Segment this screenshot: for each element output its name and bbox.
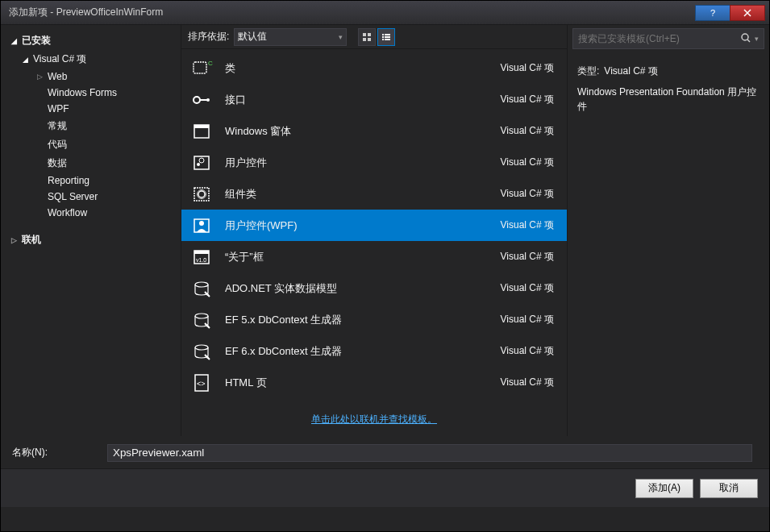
ef-icon: [189, 308, 214, 332]
template-item[interactable]: 组件类Visual C# 项: [181, 178, 567, 210]
adonet-icon: [189, 276, 214, 301]
view-list-button[interactable]: [377, 28, 395, 46]
svg-point-28: [195, 282, 208, 287]
svg-point-14: [206, 98, 210, 102]
search-icon: [740, 32, 751, 46]
template-name: 接口: [225, 93, 501, 107]
tree-item-label: Workflow: [44, 207, 87, 218]
search-input[interactable]: [578, 33, 740, 44]
template-name: Windows 窗体: [225, 124, 501, 139]
desc-type-value: Visual C# 项: [604, 64, 657, 78]
template-item[interactable]: 用户控件(WPF)Visual C# 项: [181, 210, 567, 241]
tree-item[interactable]: Reporting: [1, 172, 181, 189]
form-icon: [189, 119, 214, 143]
template-item[interactable]: C#类Visual C# 项: [181, 52, 567, 84]
template-lang: Visual C# 项: [501, 376, 559, 389]
tree-item[interactable]: 数据: [1, 154, 181, 172]
template-lang: Visual C# 项: [501, 187, 559, 201]
template-name: 类: [225, 61, 501, 76]
tree-item[interactable]: Windows Forms: [1, 85, 181, 101]
description-panel: ▾ 类型: Visual C# 项 Windows Presentation F…: [568, 25, 769, 436]
tree-item-label: Reporting: [44, 175, 89, 186]
template-name: 组件类: [225, 187, 501, 202]
class-icon: C#: [189, 56, 214, 81]
tree-item-label: 数据: [44, 156, 67, 170]
component-icon: [189, 182, 214, 206]
svg-text:v1.0: v1.0: [196, 257, 206, 263]
template-item[interactable]: 用户控件Visual C# 项: [181, 147, 567, 178]
tree-item[interactable]: Workflow: [1, 205, 181, 221]
button-row: 添加(A) 取消: [1, 468, 769, 507]
template-name: EF 5.x DbContext 生成器: [225, 313, 501, 327]
template-name: “关于”框: [225, 250, 501, 264]
chevron-down-icon: [20, 56, 30, 64]
online-search-link-row: 单击此处以联机并查找模板。: [181, 403, 567, 436]
template-item[interactable]: EF 5.x DbContext 生成器Visual C# 项: [181, 304, 567, 335]
tree-item[interactable]: SQL Server: [1, 189, 181, 205]
template-lang: Visual C# 项: [501, 313, 559, 326]
cancel-button[interactable]: 取消: [700, 479, 758, 498]
svg-point-21: [198, 191, 205, 197]
name-label: 名称(N):: [12, 446, 107, 459]
tree-item-label: Windows Forms: [44, 87, 117, 98]
wpf-control-icon: [189, 214, 214, 238]
svg-rect-9: [385, 39, 390, 40]
template-lang: Visual C# 项: [501, 61, 559, 75]
chevron-right-icon: [35, 73, 44, 81]
svg-rect-26: [194, 251, 209, 254]
template-list[interactable]: C#类Visual C# 项接口Visual C# 项Windows 窗体Vis…: [181, 49, 567, 403]
template-lang: Visual C# 项: [501, 281, 559, 295]
template-item[interactable]: ADO.NET 实体数据模型Visual C# 项: [181, 272, 567, 304]
chevron-down-icon: [9, 37, 19, 45]
dropdown-icon[interactable]: ▾: [755, 35, 759, 43]
template-toolbar: 排序依据: 默认值 ▾: [181, 25, 567, 49]
svg-rect-0: [363, 33, 366, 36]
tree-item[interactable]: Web: [1, 69, 181, 85]
template-lang: Visual C# 项: [501, 156, 559, 169]
titlebar: 添加新项 - PreviewOfficeInWinForm ?: [1, 1, 769, 25]
usercontrol-icon: [189, 151, 214, 175]
template-name: 用户控件(WPF): [225, 218, 501, 233]
desc-type-label: 类型:: [577, 64, 599, 78]
tree-item-label: SQL Server: [44, 191, 98, 202]
svg-rect-16: [194, 125, 209, 128]
search-box[interactable]: ▾: [572, 28, 764, 49]
tree-item[interactable]: 代码: [1, 135, 181, 154]
svg-rect-2: [363, 38, 366, 41]
tree-installed[interactable]: 已安装: [1, 31, 181, 50]
svg-rect-8: [382, 39, 384, 40]
tree-online[interactable]: 联机: [1, 231, 181, 249]
chevron-down-icon: ▾: [339, 33, 343, 41]
name-input[interactable]: [107, 444, 752, 462]
html-icon: <>: [189, 371, 214, 395]
template-name: HTML 页: [225, 376, 501, 390]
tree-item[interactable]: WPF: [1, 101, 181, 117]
tree-item-label: Visual C# 项: [30, 52, 86, 66]
online-search-link[interactable]: 单击此处以联机并查找模板。: [311, 414, 437, 425]
template-item[interactable]: Windows 窗体Visual C# 项: [181, 115, 567, 147]
tree-item[interactable]: Visual C# 项: [1, 50, 181, 69]
tree-item-label: 常规: [44, 119, 67, 133]
interface-icon: [189, 88, 214, 112]
svg-rect-5: [385, 34, 390, 35]
template-item[interactable]: EF 6.x DbContext 生成器Visual C# 项: [181, 335, 567, 367]
chevron-right-icon: [9, 236, 19, 244]
svg-text:<>: <>: [197, 380, 206, 388]
template-item[interactable]: 接口Visual C# 项: [181, 84, 567, 115]
window-title: 添加新项 - PreviewOfficeInWinForm: [9, 6, 695, 19]
view-grid-button[interactable]: [358, 28, 376, 46]
template-item[interactable]: v1.0“关于”框Visual C# 项: [181, 241, 567, 272]
template-item[interactable]: <>HTML 页Visual C# 项: [181, 367, 567, 398]
help-button[interactable]: ?: [695, 5, 730, 21]
add-button[interactable]: 添加(A): [635, 479, 693, 498]
template-name: ADO.NET 实体数据模型: [225, 281, 501, 296]
svg-point-18: [197, 163, 200, 166]
about-icon: v1.0: [189, 245, 214, 269]
svg-text:C#: C#: [208, 60, 213, 67]
tree-item[interactable]: 常规: [1, 117, 181, 135]
sort-dropdown[interactable]: 默认值 ▾: [234, 28, 347, 46]
svg-rect-4: [382, 34, 384, 35]
template-name: EF 6.x DbContext 生成器: [225, 344, 501, 359]
close-button[interactable]: [730, 5, 765, 21]
svg-rect-3: [368, 38, 371, 41]
